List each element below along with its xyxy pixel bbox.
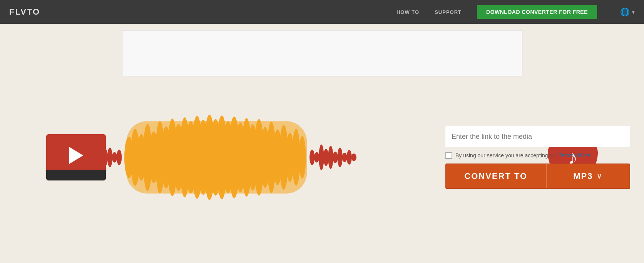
chevron-down-icon: ∨ xyxy=(597,172,602,180)
convert-button[interactable]: CONVERT TO MP3 ∨ xyxy=(445,164,630,189)
svg-point-46 xyxy=(337,148,342,167)
terms-row: By using our service you are accepting o… xyxy=(445,152,630,159)
svg-point-40 xyxy=(309,150,314,165)
chevron-down-icon: ▾ xyxy=(632,9,635,15)
language-selector[interactable]: 🌐 ▾ xyxy=(620,7,635,17)
svg-point-44 xyxy=(328,146,333,169)
download-rest-text: CONVERTER FOR FREE xyxy=(520,9,588,15)
navbar: FLVTO HOW TO SUPPORT DOWNLOAD CONVERTER … xyxy=(0,0,644,24)
convert-to-label: CONVERT TO xyxy=(446,171,546,181)
globe-icon: 🌐 xyxy=(620,7,630,17)
how-to-link[interactable]: HOW TO xyxy=(396,9,419,15)
format-label: MP3 xyxy=(573,171,593,181)
svg-point-43 xyxy=(323,149,328,166)
media-url-input[interactable] xyxy=(445,126,630,147)
svg-point-45 xyxy=(333,152,338,163)
video-icon xyxy=(46,134,106,180)
svg-point-49 xyxy=(351,153,356,161)
bottom-bar xyxy=(46,170,106,180)
support-link[interactable]: SUPPORT xyxy=(435,9,462,15)
conversion-box: By using our service you are accepting o… xyxy=(432,115,644,201)
svg-point-48 xyxy=(347,150,352,165)
svg-point-7 xyxy=(107,148,112,167)
video-box xyxy=(46,134,106,180)
download-converter-button[interactable]: DOWNLOAD CONVERTER FOR FREE xyxy=(477,5,597,19)
svg-point-41 xyxy=(314,152,319,163)
svg-point-8 xyxy=(112,152,117,163)
terms-text: By using our service you are accepting o… xyxy=(455,152,590,158)
convert-format-selector[interactable]: MP3 ∨ xyxy=(547,171,629,181)
terms-checkbox[interactable] xyxy=(445,152,452,159)
svg-rect-39 xyxy=(126,121,307,194)
svg-point-47 xyxy=(342,153,347,162)
main-content: ♪ By using our service you are accepting… xyxy=(0,92,644,223)
svg-point-9 xyxy=(117,150,122,165)
play-icon xyxy=(69,147,83,164)
terms-of-use-link[interactable]: Terms of Use xyxy=(559,152,590,158)
site-logo: FLVTO xyxy=(9,7,396,17)
ad-banner xyxy=(122,30,522,76)
svg-point-42 xyxy=(319,144,324,170)
nav-links: HOW TO SUPPORT DOWNLOAD CONVERTER FOR FR… xyxy=(396,5,635,19)
download-bold-text: DOWNLOAD xyxy=(486,9,520,15)
